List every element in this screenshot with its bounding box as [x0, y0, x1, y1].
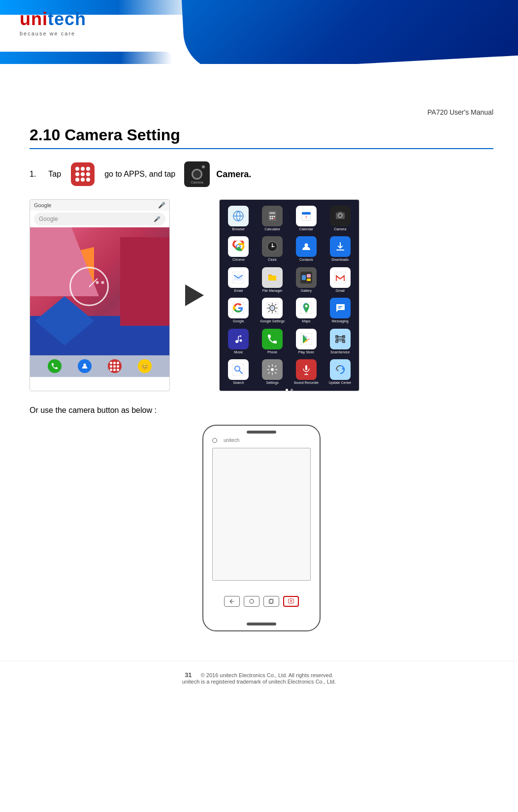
google-text: Google: [39, 216, 58, 222]
app-calendar: 7 Calendar: [290, 204, 323, 233]
phone-icon: [262, 329, 283, 349]
apps-button-icon: [71, 162, 95, 186]
gmail-icon: [330, 267, 351, 288]
svg-rect-26: [234, 275, 243, 281]
search-icon-grid: [228, 359, 249, 380]
svg-point-8: [272, 218, 273, 219]
svg-point-72: [290, 600, 292, 602]
nav-dot: [291, 389, 293, 391]
dots-grid: [75, 167, 90, 182]
svg-point-23: [304, 244, 308, 247]
svg-point-4: [270, 216, 271, 218]
app-search: Search: [222, 357, 255, 387]
phone-brand: unitech: [224, 437, 239, 443]
copyright-text: © 2016 unitech Electronics Co., Ltd. All…: [201, 672, 333, 678]
updatecenter-label: Update Center: [329, 381, 352, 385]
home-button[interactable]: [244, 596, 259, 607]
app-filemanager: File Manager: [256, 265, 289, 295]
clock-icon: [262, 236, 283, 257]
soundrecorder-label: Sound Recorder: [293, 381, 319, 385]
soundrecorder-icon: [296, 359, 317, 380]
browser-label: Browser: [232, 227, 245, 231]
logo-tagline: because we care: [20, 31, 86, 36]
app-phone: Phone: [256, 327, 289, 356]
page-number: 31: [185, 671, 192, 679]
app-downloads: Downloads: [324, 234, 356, 264]
maps-icon: [296, 298, 317, 318]
trademark-text: unitech is a registered trademark of uni…: [182, 679, 336, 685]
svg-point-0: [83, 364, 86, 366]
email-icon: [228, 267, 249, 288]
music-icon: [228, 329, 249, 349]
footer: 31 © 2016 unitech Electronics Co., Ltd. …: [0, 661, 518, 692]
app-clock: Clock: [256, 234, 289, 264]
camera-icon-grid: [330, 206, 351, 226]
camera-label-grid: Camera: [334, 227, 346, 231]
app-googlesettings: G Google Settings: [256, 296, 289, 325]
svg-point-41: [305, 305, 307, 308]
nav-dot-active: [286, 389, 288, 391]
step1-row: 1. Tap go to APPS, and tap Camera Camer: [30, 161, 493, 187]
header: unitech because we care: [0, 0, 518, 64]
svg-rect-30: [302, 275, 306, 280]
section-title: 2.10 Camera Setting: [30, 126, 493, 144]
phone-screen: [212, 448, 311, 581]
svg-rect-11: [302, 212, 311, 215]
playstore-label: Play Store: [298, 350, 314, 354]
google-icon: [228, 298, 249, 318]
email-label: Email: [234, 289, 243, 293]
dot: [75, 178, 79, 182]
wp-nav-dots: [96, 281, 104, 284]
dot: [75, 167, 79, 171]
app-music: Music: [222, 327, 255, 356]
svg-point-46: [235, 340, 238, 343]
voice-search-icon: 🎤: [154, 216, 161, 222]
dock-contacts: [78, 359, 92, 373]
phone-nav-buttons: [224, 596, 299, 607]
svg-point-9: [274, 218, 275, 219]
wp-dark: [120, 237, 169, 326]
app-email: Email: [222, 265, 255, 295]
svg-point-69: [250, 599, 254, 603]
apps-grid-screenshot: Browser Calculator 7 Calendar: [219, 199, 359, 391]
maps-label: Maps: [302, 319, 310, 323]
phone-diagram-container: unitech: [30, 425, 493, 631]
search-label: Search: [233, 381, 244, 385]
dot: [81, 172, 85, 176]
phone-diagram: unitech: [202, 425, 321, 631]
mic-icon: 🎤: [158, 202, 165, 209]
back-button[interactable]: [224, 596, 240, 607]
camera-app-icon: Camera: [184, 161, 210, 187]
svg-rect-32: [307, 279, 311, 281]
scanservice-icon: [330, 329, 351, 349]
wallpaper: [30, 227, 169, 355]
app-soundrecorder: Sound Recorder: [290, 357, 323, 387]
phone-bottom-bar: [247, 623, 276, 625]
googlesettings-icon: G: [262, 298, 283, 318]
calculator-icon: [262, 206, 283, 226]
phone-homescreen-screenshot: Google 🎤 Google 🎤: [30, 199, 170, 391]
gallery-icon: [296, 267, 317, 288]
recents-button[interactable]: [263, 596, 279, 607]
camera-top-dot: [202, 165, 205, 168]
messaging-label: Messaging: [332, 319, 349, 323]
step-number: 1.: [30, 170, 36, 179]
step-goto-text: go to APPS, and tap: [104, 170, 175, 179]
phone-label: Phone: [267, 350, 277, 354]
phone-home-area: [203, 582, 320, 623]
app-browser: Browser: [222, 204, 255, 233]
screenshots-row: Google 🎤 Google 🎤: [30, 199, 493, 391]
arrow-container: [180, 284, 209, 306]
app-camera: Camera: [324, 204, 356, 233]
chrome-icon: [228, 236, 249, 257]
app-updatecenter: Update Center: [324, 357, 356, 387]
dock-emoji: 😊: [138, 359, 152, 373]
logo-area: unitech because we care: [20, 9, 86, 36]
googlesettings-label: Google Settings: [260, 319, 285, 323]
gallery-label: Gallery: [301, 289, 312, 293]
status-bar: Google 🎤: [30, 200, 169, 211]
wp-clock-circle: [69, 267, 109, 306]
svg-rect-3: [269, 212, 275, 214]
phone-dock: 😊: [30, 355, 169, 377]
camera-button-highlighted[interactable]: [283, 596, 299, 607]
